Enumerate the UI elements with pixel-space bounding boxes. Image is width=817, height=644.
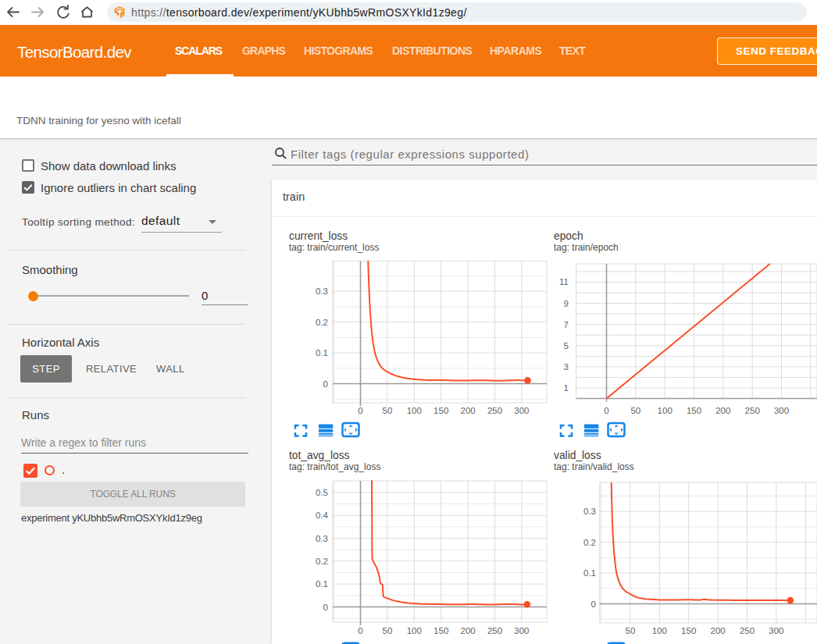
svg-text:200: 200 [711, 626, 726, 635]
svg-text:150: 150 [433, 626, 448, 635]
svg-text:0: 0 [323, 603, 328, 612]
svg-text:0.2: 0.2 [316, 318, 328, 327]
svg-text:0.3: 0.3 [316, 534, 328, 543]
svg-text:300: 300 [514, 406, 529, 415]
svg-text:300: 300 [774, 406, 789, 415]
svg-text:0: 0 [358, 626, 362, 635]
svg-text:50: 50 [383, 626, 393, 635]
svg-text:3: 3 [564, 362, 569, 372]
svg-text:300: 300 [514, 626, 529, 635]
svg-text:7: 7 [564, 320, 569, 329]
svg-text:5: 5 [564, 341, 569, 350]
svg-text:0.5: 0.5 [316, 488, 328, 497]
svg-text:0: 0 [358, 406, 362, 415]
svg-text:0: 0 [323, 379, 328, 389]
svg-text:100: 100 [407, 406, 422, 415]
svg-text:150: 150 [687, 406, 701, 415]
svg-text:100: 100 [407, 626, 422, 635]
svg-text:0.1: 0.1 [583, 568, 596, 578]
svg-text:0.3: 0.3 [583, 507, 596, 516]
svg-text:200: 200 [461, 626, 476, 635]
svg-text:0.2: 0.2 [316, 557, 328, 566]
svg-text:1: 1 [564, 383, 569, 393]
svg-text:300: 300 [769, 626, 783, 635]
svg-text:150: 150 [681, 626, 696, 635]
svg-text:0: 0 [591, 600, 596, 609]
svg-text:150: 150 [433, 406, 448, 415]
svg-text:100: 100 [658, 406, 673, 415]
svg-text:0: 0 [604, 406, 608, 415]
svg-text:0.4: 0.4 [316, 511, 329, 520]
svg-text:50: 50 [626, 626, 636, 635]
svg-text:0.1: 0.1 [316, 579, 328, 589]
svg-text:11: 11 [559, 277, 569, 286]
svg-text:200: 200 [461, 406, 476, 415]
svg-text:250: 250 [740, 626, 755, 635]
svg-text:9: 9 [564, 299, 569, 308]
svg-text:100: 100 [652, 626, 667, 635]
svg-text:250: 250 [745, 406, 760, 415]
svg-text:0.2: 0.2 [583, 538, 596, 547]
svg-text:50: 50 [383, 406, 393, 415]
svg-text:250: 250 [487, 406, 502, 415]
svg-text:0.3: 0.3 [316, 286, 328, 296]
svg-text:200: 200 [715, 406, 730, 415]
svg-text:0.1: 0.1 [316, 348, 328, 358]
svg-text:250: 250 [487, 626, 502, 635]
svg-text:50: 50 [630, 406, 640, 415]
